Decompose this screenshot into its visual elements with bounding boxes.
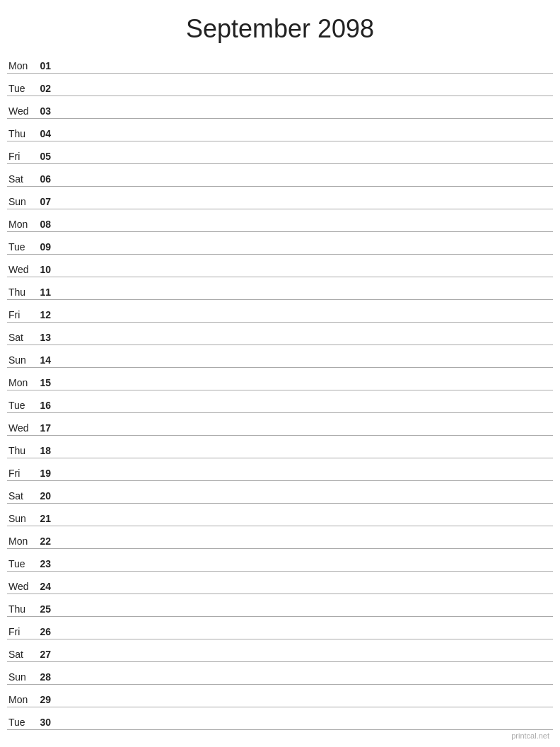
day-number: 29: [35, 694, 57, 705]
day-line: [57, 637, 553, 637]
day-row: Sat27: [7, 639, 553, 662]
day-name: Wed: [7, 105, 35, 117]
day-name: Sat: [7, 649, 35, 660]
day-row: Mon08: [7, 209, 553, 232]
day-row: Tue02: [7, 74, 553, 96]
day-number: 02: [35, 83, 57, 94]
day-line: [57, 388, 553, 388]
day-line: [57, 184, 553, 185]
day-line: [57, 252, 553, 253]
day-line: [57, 546, 553, 547]
day-name: Fri: [7, 151, 35, 162]
day-row: Thu11: [7, 277, 553, 300]
day-number: 03: [35, 105, 57, 117]
day-name: Fri: [7, 626, 35, 637]
day-row: Mon29: [7, 685, 553, 707]
day-number: 11: [35, 286, 57, 298]
day-line: [57, 456, 553, 456]
day-row: Tue23: [7, 549, 553, 572]
day-row: Mon22: [7, 526, 553, 549]
day-name: Thu: [7, 128, 35, 139]
day-row: Mon15: [7, 368, 553, 390]
day-number: 26: [35, 626, 57, 637]
day-line: [57, 614, 553, 615]
day-number: 25: [35, 603, 57, 615]
day-number: 19: [35, 468, 57, 479]
day-row: Sun21: [7, 504, 553, 526]
day-row: Fri19: [7, 458, 553, 481]
day-line: [57, 523, 553, 524]
day-row: Sun28: [7, 662, 553, 685]
day-name: Mon: [7, 535, 35, 547]
day-line: [57, 71, 553, 71]
day-name: Sat: [7, 332, 35, 343]
day-row: Sat13: [7, 323, 553, 345]
day-name: Tue: [7, 241, 35, 253]
day-row: Wed24: [7, 572, 553, 594]
day-line: [57, 274, 553, 275]
day-number: 07: [35, 196, 57, 207]
day-name: Thu: [7, 603, 35, 615]
day-name: Mon: [7, 60, 35, 71]
day-line: [57, 682, 553, 683]
day-name: Tue: [7, 558, 35, 569]
day-number: 09: [35, 241, 57, 253]
day-name: Tue: [7, 400, 35, 411]
day-name: Tue: [7, 83, 35, 94]
day-number: 28: [35, 671, 57, 683]
day-name: Wed: [7, 264, 35, 275]
day-line: [57, 139, 553, 139]
day-line: [57, 116, 553, 117]
day-row: Fri26: [7, 617, 553, 639]
day-number: 10: [35, 264, 57, 275]
day-number: 13: [35, 332, 57, 343]
day-name: Mon: [7, 694, 35, 705]
day-name: Sun: [7, 196, 35, 207]
day-number: 16: [35, 400, 57, 411]
day-row: Fri05: [7, 141, 553, 164]
day-line: [57, 433, 553, 434]
day-number: 17: [35, 422, 57, 434]
day-number: 27: [35, 649, 57, 660]
day-name: Thu: [7, 445, 35, 456]
day-row: Fri12: [7, 300, 553, 323]
day-name: Mon: [7, 377, 35, 388]
day-line: [57, 591, 553, 592]
day-row: Sat06: [7, 164, 553, 187]
day-line: [57, 478, 553, 479]
day-line: [57, 727, 553, 728]
day-name: Sat: [7, 490, 35, 502]
calendar-container: Mon01Tue02Wed03Thu04Fri05Sat06Sun07Mon08…: [0, 51, 560, 730]
day-name: Sun: [7, 513, 35, 524]
day-number: 22: [35, 535, 57, 547]
day-line: [57, 501, 553, 502]
day-number: 15: [35, 377, 57, 388]
day-row: Mon01: [7, 51, 553, 74]
day-row: Tue30: [7, 707, 553, 730]
day-number: 14: [35, 354, 57, 366]
day-number: 20: [35, 490, 57, 502]
day-row: Sat20: [7, 481, 553, 504]
day-line: [57, 320, 553, 320]
watermark: printcal.net: [511, 731, 549, 740]
day-number: 04: [35, 128, 57, 139]
day-number: 21: [35, 513, 57, 524]
day-row: Wed03: [7, 96, 553, 119]
day-line: [57, 297, 553, 298]
day-row: Thu25: [7, 594, 553, 617]
day-row: Tue16: [7, 390, 553, 413]
day-line: [57, 410, 553, 411]
day-number: 08: [35, 219, 57, 230]
day-name: Wed: [7, 581, 35, 592]
day-name: Sun: [7, 354, 35, 366]
day-name: Mon: [7, 219, 35, 230]
day-line: [57, 342, 553, 343]
day-name: Tue: [7, 717, 35, 728]
day-line: [57, 365, 553, 366]
day-line: [57, 659, 553, 660]
day-number: 24: [35, 581, 57, 592]
day-row: Sun14: [7, 345, 553, 368]
day-line: [57, 705, 553, 705]
day-line: [57, 569, 553, 569]
day-row: Thu18: [7, 436, 553, 458]
